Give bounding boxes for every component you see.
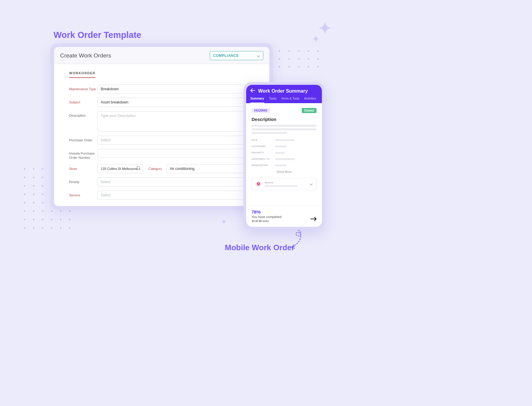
label-store: Store xyxy=(69,164,97,171)
section-title-mobile: Mobile Work Order xyxy=(225,243,295,252)
status-badge: Closed xyxy=(302,108,316,113)
skeleton-line xyxy=(275,146,286,147)
label-description: Description xyxy=(69,111,97,118)
meta-label-category: CATEGORY xyxy=(252,145,275,148)
sparkle-icon xyxy=(221,219,227,224)
investa-po-input[interactable] xyxy=(97,149,258,158)
show-more-link[interactable]: Show More xyxy=(252,170,316,174)
section-title-desktop: Work Order Template xyxy=(54,30,141,40)
meta-label-priority: PRIORITY xyxy=(252,151,275,154)
store-lookup[interactable]: 120 Collins St Melbourne xyxy=(97,164,143,173)
label-category: Category xyxy=(148,164,167,171)
back-arrow-icon[interactable] xyxy=(250,88,255,94)
progress-subtext: 13 of 25 tasks xyxy=(252,220,281,223)
mobile-title: Work Order Summary xyxy=(258,88,308,94)
svg-line-5 xyxy=(140,169,140,170)
mobile-tabs: Summary Tasks Items & Tools Activities xyxy=(250,97,318,103)
skeleton-line xyxy=(252,125,316,127)
label-purchase-order: Purchase Order xyxy=(69,136,97,142)
tab-workorder[interactable]: WORKORDER xyxy=(69,71,96,78)
skeleton-line xyxy=(275,165,286,166)
progress-text: You have completed xyxy=(252,215,281,219)
desktop-header: Create Work Orders COMPLIANCE xyxy=(54,47,269,64)
curly-arrow-icon xyxy=(288,229,306,252)
meta-label-requester: REQUESTER xyxy=(252,164,275,167)
label-service: Service xyxy=(69,191,97,197)
tab-summary[interactable]: Summary xyxy=(250,97,264,103)
purchase-order-lookup[interactable]: Select xyxy=(97,136,258,145)
arrow-right-icon[interactable] xyxy=(310,216,316,223)
svg-point-9 xyxy=(258,183,259,184)
skeleton-line xyxy=(275,139,295,141)
meta-label-assigned-to: ASSIGNED TO xyxy=(252,158,275,160)
chevron-down-icon xyxy=(257,53,260,58)
progress-percent: 78% xyxy=(252,209,281,214)
lookup-icon xyxy=(137,166,140,171)
skeleton-line xyxy=(264,185,298,187)
space-label: SPACE xyxy=(264,181,298,184)
meta-label-site: SITE xyxy=(252,139,275,141)
maintenance-type-select[interactable]: Breakdown xyxy=(97,85,258,94)
mobile-header: Work Order Summary Summary Tasks Items &… xyxy=(246,85,322,103)
priority-select[interactable]: Select xyxy=(97,177,258,186)
skeleton-line xyxy=(275,158,295,160)
compliance-label: COMPLIANCE xyxy=(213,54,239,58)
desktop-card: Create Work Orders COMPLIANCE WORKORDER … xyxy=(50,43,273,210)
tab-tasks[interactable]: Tasks xyxy=(269,97,277,103)
compliance-dropdown[interactable]: COMPLIANCE xyxy=(210,51,263,60)
label-maintenance-type: Maintenance Type xyxy=(69,85,97,91)
skeleton-line xyxy=(275,152,285,154)
space-card[interactable]: SPACE xyxy=(252,178,316,190)
desktop-title: Create Work Orders xyxy=(60,52,111,59)
tab-activities[interactable]: Activities xyxy=(304,97,316,103)
tab-items-tools[interactable]: Items & Tools xyxy=(281,97,299,103)
label-investa-po: Investa Purchase Order Number xyxy=(69,149,97,160)
tab-bar: WORKORDER xyxy=(69,71,258,78)
workorder-id-badge: #4320666 xyxy=(252,108,270,113)
label-priority: Priority xyxy=(69,177,97,184)
progress-section: 78% You have completed 13 of 25 tasks xyxy=(246,205,322,227)
label-subject: Subject xyxy=(69,98,97,104)
mobile-card: Work Order Summary Summary Tasks Items &… xyxy=(243,82,325,229)
skeleton-line xyxy=(252,128,316,130)
subject-input[interactable]: Asset breakdown xyxy=(97,98,258,107)
dot-grid xyxy=(279,51,319,67)
sparkle-icon xyxy=(313,35,319,42)
sparkle-icon xyxy=(319,22,331,34)
description-heading: Description xyxy=(252,117,316,122)
chevron-down-icon xyxy=(310,183,313,186)
skeleton-line xyxy=(252,132,287,134)
location-pin-icon xyxy=(255,181,261,187)
service-lookup[interactable]: Select xyxy=(97,191,258,200)
description-textarea[interactable]: Type your Description xyxy=(97,111,258,131)
